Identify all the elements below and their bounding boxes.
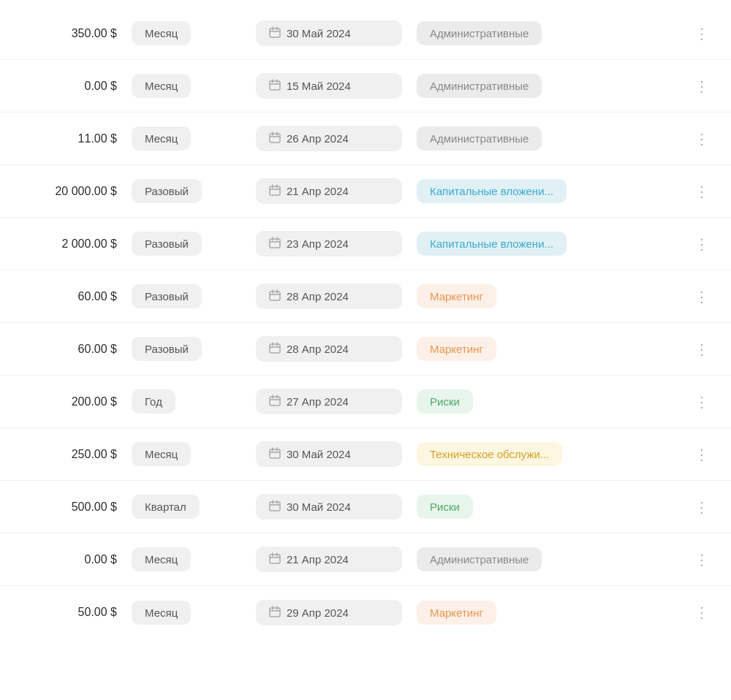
svg-rect-28 (270, 397, 280, 406)
svg-rect-24 (270, 344, 280, 353)
table-row: 2 000.00 $ Разовый 23 Апр 2024 (0, 218, 731, 270)
more-options-button[interactable]: ⋮ (690, 339, 714, 359)
date-cell: 21 Апр 2024 (249, 178, 409, 204)
category-cell: Административные (409, 126, 687, 151)
period-badge: Год (132, 389, 175, 414)
period-cell: Месяц (132, 126, 249, 151)
date-cell: 23 Апр 2024 (249, 231, 409, 256)
actions-cell[interactable]: ⋮ (687, 549, 716, 570)
period-cell: Месяц (132, 442, 249, 466)
more-options-button[interactable]: ⋮ (690, 76, 714, 96)
date-badge: 26 Апр 2024 (256, 126, 402, 151)
category-badge: Маркетинг (417, 284, 496, 308)
period-cell: Разовый (132, 284, 249, 308)
table-row: 0.00 $ Месяц 21 Апр 2024 (0, 533, 731, 586)
period-badge: Разовый (132, 284, 202, 308)
svg-rect-0 (270, 28, 280, 37)
amount-cell: 2 000.00 $ (15, 237, 132, 251)
actions-cell[interactable]: ⋮ (687, 181, 716, 202)
amount-cell: 11.00 $ (15, 132, 132, 145)
amount-cell: 200.00 $ (15, 395, 132, 408)
table-row: 500.00 $ Квартал 30 Май 2024 (0, 481, 731, 533)
actions-cell[interactable]: ⋮ (687, 23, 716, 44)
amount-cell: 500.00 $ (15, 501, 132, 514)
category-badge: Административные (417, 126, 542, 151)
period-badge: Квартал (132, 495, 200, 519)
date-badge: 30 Май 2024 (256, 441, 402, 467)
actions-cell[interactable]: ⋮ (687, 129, 716, 149)
more-options-button[interactable]: ⋮ (690, 549, 714, 570)
svg-rect-16 (270, 239, 280, 248)
calendar-icon (269, 237, 281, 251)
calendar-icon (269, 552, 281, 566)
date-badge: 15 Май 2024 (256, 73, 402, 99)
table-row: 20 000.00 $ Разовый 21 Апр 2024 (0, 165, 731, 218)
category-cell: Риски (409, 389, 687, 414)
actions-cell[interactable]: ⋮ (687, 497, 716, 517)
actions-cell[interactable]: ⋮ (687, 234, 716, 254)
amount-cell: 50.00 $ (15, 606, 132, 619)
table-row: 250.00 $ Месяц 30 Май 2024 (0, 428, 731, 481)
actions-cell[interactable]: ⋮ (687, 339, 716, 359)
table-row: 50.00 $ Месяц 29 Апр 2024 (0, 586, 731, 639)
table-row: 60.00 $ Разовый 28 Апр 2024 (0, 270, 731, 323)
calendar-icon (269, 132, 281, 145)
category-cell: Административные (409, 74, 687, 98)
period-badge: Месяц (132, 21, 191, 45)
actions-cell[interactable]: ⋮ (687, 444, 716, 465)
more-options-button[interactable]: ⋮ (690, 129, 714, 149)
period-badge: Разовый (132, 179, 202, 203)
svg-rect-4 (270, 81, 280, 90)
category-cell: Капитальные вложени... (409, 232, 687, 256)
date-cell: 27 Апр 2024 (249, 389, 409, 414)
svg-rect-40 (270, 555, 280, 563)
category-cell: Маркетинг (409, 284, 687, 308)
period-badge: Месяц (132, 126, 191, 151)
table-row: 0.00 $ Месяц 15 Май 2024 (0, 60, 731, 113)
date-badge: 28 Апр 2024 (256, 336, 402, 362)
amount-cell: 60.00 $ (15, 290, 132, 303)
date-cell: 30 Май 2024 (249, 20, 409, 46)
category-cell: Маркетинг (409, 337, 687, 361)
period-badge: Месяц (132, 74, 191, 98)
period-cell: Год (132, 389, 249, 414)
actions-cell[interactable]: ⋮ (687, 392, 716, 412)
category-badge: Риски (417, 389, 473, 414)
category-cell: Капитальные вложени... (409, 179, 687, 203)
actions-cell[interactable]: ⋮ (687, 76, 716, 96)
date-badge: 21 Апр 2024 (256, 547, 402, 572)
table-row: 11.00 $ Месяц 26 Апр 2024 (0, 113, 731, 165)
period-badge: Месяц (132, 547, 191, 571)
period-badge: Месяц (132, 442, 191, 466)
amount-cell: 250.00 $ (15, 448, 132, 461)
more-options-button[interactable]: ⋮ (690, 602, 714, 623)
amount-cell: 0.00 $ (15, 553, 132, 566)
amount-cell: 350.00 $ (15, 27, 132, 40)
calendar-icon (269, 500, 281, 514)
period-cell: Месяц (132, 601, 249, 625)
period-cell: Квартал (132, 495, 249, 519)
more-options-button[interactable]: ⋮ (690, 392, 714, 412)
more-options-button[interactable]: ⋮ (690, 286, 714, 307)
more-options-button[interactable]: ⋮ (690, 23, 714, 44)
category-badge: Маркетинг (417, 337, 496, 361)
date-cell: 15 Май 2024 (249, 73, 409, 99)
actions-cell[interactable]: ⋮ (687, 286, 716, 307)
svg-rect-12 (270, 186, 280, 195)
actions-cell[interactable]: ⋮ (687, 602, 716, 623)
date-badge: 29 Апр 2024 (256, 600, 402, 625)
more-options-button[interactable]: ⋮ (690, 234, 714, 254)
date-cell: 21 Апр 2024 (249, 547, 409, 572)
date-badge: 30 Май 2024 (256, 494, 402, 520)
calendar-icon (269, 447, 281, 461)
calendar-icon (269, 395, 281, 408)
date-cell: 29 Апр 2024 (249, 600, 409, 625)
date-badge: 21 Апр 2024 (256, 178, 402, 204)
more-options-button[interactable]: ⋮ (690, 181, 714, 202)
more-options-button[interactable]: ⋮ (690, 497, 714, 517)
category-badge: Капитальные вложени... (417, 179, 567, 203)
date-cell: 28 Апр 2024 (249, 284, 409, 309)
more-options-button[interactable]: ⋮ (690, 444, 714, 465)
svg-rect-8 (270, 134, 280, 142)
period-cell: Месяц (132, 21, 249, 45)
